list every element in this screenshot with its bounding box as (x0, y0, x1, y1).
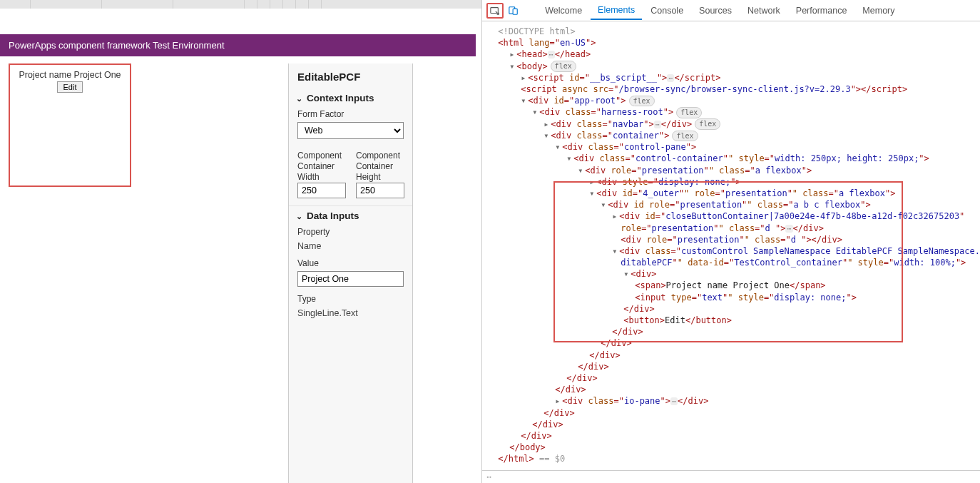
inspect-element-icon[interactable] (486, 3, 504, 19)
context-inputs-header[interactable]: ⌄ Context Inputs (289, 93, 412, 109)
data-inputs-header[interactable]: ⌄ Data Inputs (289, 205, 412, 227)
top-toolbar (0, 0, 481, 9)
type-label: Type (297, 294, 404, 304)
tab-welcome[interactable]: Welcome (538, 1, 589, 20)
form-factor-label: Form Factor (297, 109, 404, 119)
tab-elements[interactable]: Elements (591, 1, 642, 20)
property-label: Property (297, 227, 404, 237)
io-pane: EditablePCF ⌄ Context Inputs Form Factor… (288, 63, 413, 483)
chevron-down-icon: ⌄ (296, 212, 302, 221)
chevron-down-icon: ⌄ (296, 94, 302, 103)
harness-title: PowerApps component framework Test Envir… (9, 40, 225, 51)
type-value: SingleLine.Text (297, 307, 404, 318)
component-title: EditablePCF (289, 63, 412, 93)
form-factor-select[interactable]: Web (297, 122, 404, 139)
property-value: Name (297, 240, 404, 251)
dom-tree[interactable]: <!DOCTYPE html> <html lang="en-US"> <hea… (482, 21, 980, 470)
height-label: Component Container Height (356, 151, 404, 183)
tab-sources[interactable]: Sources (692, 1, 739, 20)
control-preview: Project name Project One Edit (9, 63, 131, 187)
tab-performance[interactable]: Performance (789, 1, 854, 20)
control-text: Project name Project One (19, 70, 121, 80)
devtools-tabs: Welcome Elements Console Sources Network… (482, 0, 980, 21)
tab-memory[interactable]: Memory (855, 1, 902, 20)
tab-network[interactable]: Network (740, 1, 787, 20)
devtools-panel: Welcome Elements Console Sources Network… (481, 0, 980, 483)
harness-title-bar: PowerApps component framework Test Envir… (0, 34, 476, 56)
tab-console[interactable]: Console (643, 1, 690, 20)
device-toolbar-icon[interactable] (505, 3, 522, 19)
value-label: Value (297, 258, 404, 268)
container-width-input[interactable] (297, 183, 346, 198)
width-label: Component Container Width (297, 151, 346, 183)
svg-rect-2 (513, 9, 517, 14)
edit-button[interactable]: Edit (57, 81, 83, 93)
dom-breadcrumb[interactable]: ⋯ (482, 470, 980, 483)
value-input[interactable] (297, 271, 404, 287)
container-height-input[interactable] (356, 183, 404, 198)
